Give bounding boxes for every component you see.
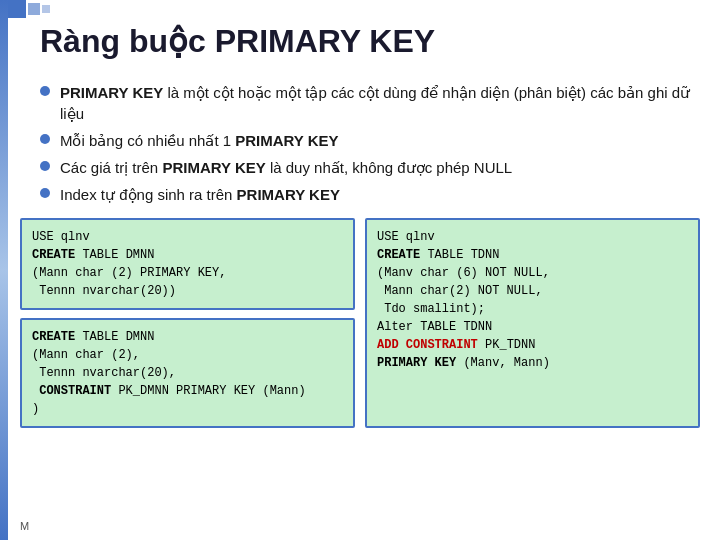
top-bar <box>0 0 720 18</box>
code-line-4: Tennn nvarchar(20)) <box>32 282 343 300</box>
bullet-item-1: PRIMARY KEY là một cột hoặc một tập các … <box>40 82 700 124</box>
bullet-3-bold: PRIMARY KEY <box>162 159 265 176</box>
bullet-dot-3 <box>40 161 50 171</box>
code-bl-line-1: CREATE TABLE DMNN <box>32 328 343 346</box>
code-r-line-8: PRIMARY KEY (Manv, Mann) <box>377 354 688 372</box>
code-r-line-3: (Manv char (6) NOT NULL, <box>377 264 688 282</box>
bullet-4-bold: PRIMARY KEY <box>237 186 340 203</box>
deco-square-2 <box>28 3 40 15</box>
code-r-line-5: Tdo smallint); <box>377 300 688 318</box>
code-block-bottom-left: CREATE TABLE DMNN (Mann char (2), Tennn … <box>20 318 355 428</box>
deco-square-3 <box>42 5 50 13</box>
code-r-line-4: Mann char(2) NOT NULL, <box>377 282 688 300</box>
slide-title: Ràng buộc PRIMARY KEY <box>40 22 435 60</box>
bullet-item-2: Mỗi bảng có nhiều nhất 1 PRIMARY KEY <box>40 130 700 151</box>
code-left-column: USE qlnv CREATE TABLE DMNN (Mann char (2… <box>20 218 355 428</box>
title-highlight: PRIMARY KEY <box>215 23 435 59</box>
bullet-text-3: Các giá trị trên PRIMARY KEY là duy nhất… <box>60 157 512 178</box>
bullet-1-bold: PRIMARY KEY <box>60 84 163 101</box>
deco-square-1 <box>8 0 26 18</box>
code-bl-line-5: ) <box>32 400 343 418</box>
code-area: USE qlnv CREATE TABLE DMNN (Mann char (2… <box>20 218 700 428</box>
bottom-label: M <box>20 520 29 532</box>
bullet-item-4: Index tự động sinh ra trên PRIMARY KEY <box>40 184 700 205</box>
code-line-1: USE qlnv <box>32 228 343 246</box>
bullet-text-1: PRIMARY KEY là một cột hoặc một tập các … <box>60 82 700 124</box>
code-line-3: (Mann char (2) PRIMARY KEY, <box>32 264 343 282</box>
bullet-2-bold: PRIMARY KEY <box>235 132 338 149</box>
bullet-dot-4 <box>40 188 50 198</box>
code-r-line-2: CREATE TABLE TDNN <box>377 246 688 264</box>
bullet-text-2: Mỗi bảng có nhiều nhất 1 PRIMARY KEY <box>60 130 339 151</box>
bullet-dot-2 <box>40 134 50 144</box>
bullet-text-4: Index tự động sinh ra trên PRIMARY KEY <box>60 184 340 205</box>
code-right-column: USE qlnv CREATE TABLE TDNN (Manv char (6… <box>365 218 700 428</box>
side-accent-bar <box>0 0 8 540</box>
bullet-dot-1 <box>40 86 50 96</box>
code-block-right: USE qlnv CREATE TABLE TDNN (Manv char (6… <box>365 218 700 428</box>
code-line-2: CREATE TABLE DMNN <box>32 246 343 264</box>
code-bl-line-3: Tennn nvarchar(20), <box>32 364 343 382</box>
bullet-item-3: Các giá trị trên PRIMARY KEY là duy nhất… <box>40 157 700 178</box>
code-r-line-1: USE qlnv <box>377 228 688 246</box>
code-bl-line-2: (Mann char (2), <box>32 346 343 364</box>
slide: Ràng buộc PRIMARY KEY PRIMARY KEY là một… <box>0 0 720 540</box>
code-r-line-7: ADD CONSTRAINT PK_TDNN <box>377 336 688 354</box>
code-bl-line-4: CONSTRAINT PK_DMNN PRIMARY KEY (Mann) <box>32 382 343 400</box>
bullet-list: PRIMARY KEY là một cột hoặc một tập các … <box>40 82 700 211</box>
code-block-top-left: USE qlnv CREATE TABLE DMNN (Mann char (2… <box>20 218 355 310</box>
code-r-line-6: Alter TABLE TDNN <box>377 318 688 336</box>
title-prefix: Ràng buộc <box>40 23 215 59</box>
